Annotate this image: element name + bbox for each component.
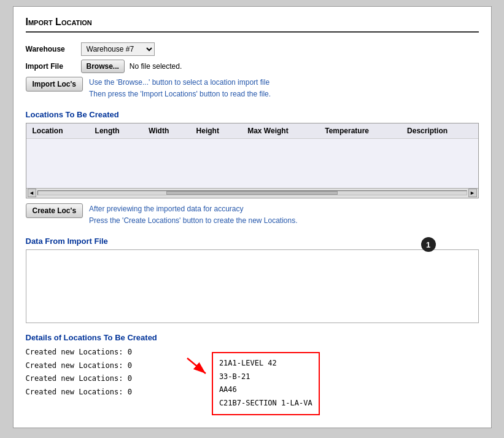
- detail-row-3-left: Created new Locations: 0: [26, 386, 132, 399]
- import-hints: Use the 'Browse...' button to select a l…: [89, 77, 271, 100]
- create-hints: After previewing the imported data for a…: [89, 203, 297, 227]
- scroll-thumb: [166, 191, 338, 195]
- locations-section-title: Locations To Be Created: [26, 110, 479, 119]
- col-temperature: Temperature: [319, 123, 401, 139]
- warehouse-label: Warehouse: [26, 45, 81, 53]
- detail-row-1-left: Created new Locations: 0: [26, 359, 132, 373]
- import-file-label: Import File: [26, 62, 81, 71]
- import-file-row: Import File Browse... No file selected.: [26, 60, 479, 73]
- col-width: Width: [142, 123, 190, 139]
- annotation-badge: 1: [421, 237, 436, 252]
- locations-table: Location Length Width Height Max Weight …: [26, 123, 478, 188]
- page-title: Import Location: [26, 17, 479, 33]
- highlight-row-3: C21B7-SECTION 1-LA-VA: [219, 397, 312, 410]
- browse-button[interactable]: Browse...: [81, 60, 125, 73]
- highlight-row-0: 21A1-LEVEL 42: [219, 357, 312, 370]
- detail-row-2-left: Created new Locations: 0: [26, 372, 132, 386]
- details-content: Created new Locations: 0 Created new Loc…: [26, 346, 479, 415]
- table-header-row: Location Length Width Height Max Weight …: [26, 123, 478, 139]
- details-section-title: Details of Locations To Be Created: [26, 333, 479, 342]
- warehouse-select[interactable]: Warehouse #7: [81, 42, 155, 56]
- data-import-box[interactable]: [26, 249, 479, 323]
- warehouse-row: Warehouse Warehouse #7: [26, 42, 479, 56]
- import-hint-2: Then press the 'Import Locations' button…: [89, 88, 271, 100]
- horizontal-scrollbar[interactable]: ◄ ►: [26, 188, 478, 198]
- scroll-left-button[interactable]: ◄: [28, 189, 36, 197]
- import-locs-row: Import Loc's Use the 'Browse...' button …: [26, 77, 479, 100]
- detail-row-0-left: Created new Locations: 0: [26, 346, 132, 359]
- highlight-row-2: AA46: [219, 383, 312, 397]
- locations-table-wrapper: Location Length Width Height Max Weight …: [26, 123, 479, 198]
- scroll-track[interactable]: [37, 190, 467, 195]
- arrow-svg: [138, 352, 212, 389]
- highlighted-box: 21A1-LEVEL 42 33-B-21 AA46 C21B7-SECTION…: [212, 352, 320, 415]
- col-maxweight: Max Weight: [241, 123, 319, 139]
- col-height: Height: [190, 123, 242, 139]
- create-hint-1: After previewing the imported data for a…: [89, 203, 297, 215]
- col-description: Description: [401, 123, 478, 139]
- no-file-text: No file selected.: [130, 62, 182, 71]
- warehouse-select-wrapper: Warehouse #7: [81, 42, 155, 56]
- create-locs-row: Create Loc's After previewing the import…: [26, 203, 479, 227]
- svg-line-1: [187, 358, 206, 373]
- data-from-import-title: Data From Import File: [26, 237, 479, 246]
- page-container: Import Location Warehouse Warehouse #7 I…: [13, 6, 492, 428]
- create-hint-2: Press the 'Create Locations' button to c…: [89, 215, 297, 227]
- highlight-row-1: 33-B-21: [219, 370, 312, 384]
- created-lines: Created new Locations: 0 Created new Loc…: [26, 346, 132, 399]
- import-hint-1: Use the 'Browse...' button to select a l…: [89, 77, 271, 88]
- col-location: Location: [26, 123, 89, 139]
- details-section: Details of Locations To Be Created Creat…: [26, 333, 479, 415]
- create-locs-button[interactable]: Create Loc's: [26, 203, 83, 218]
- data-import-area-wrapper: 1: [26, 249, 479, 323]
- import-locs-button[interactable]: Import Loc's: [26, 77, 83, 92]
- scroll-right-button[interactable]: ►: [468, 189, 477, 197]
- col-length: Length: [89, 123, 142, 139]
